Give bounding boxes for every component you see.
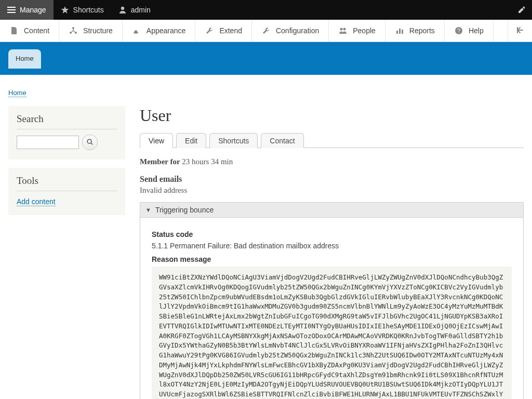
triangle-down-icon: ▼ bbox=[145, 207, 151, 213]
main: User View Edit Shortcuts Contact Member … bbox=[140, 106, 524, 399]
search-row bbox=[17, 135, 117, 150]
details-summary[interactable]: ▼ Triggering bounce bbox=[140, 203, 523, 218]
menu-extend-label: Extend bbox=[219, 26, 242, 35]
user-icon bbox=[118, 6, 127, 14]
menu-content-label: Content bbox=[24, 26, 49, 35]
menu-configuration-label: Configuration bbox=[276, 26, 319, 35]
wrench-icon bbox=[261, 26, 271, 35]
add-content-link[interactable]: Add content bbox=[17, 197, 56, 206]
svg-line-17 bbox=[91, 143, 92, 144]
svg-point-5 bbox=[72, 27, 74, 29]
toolbar-user-label: admin bbox=[131, 6, 151, 14]
admin-menu: Content Structure Appearance Extend Conf… bbox=[0, 20, 532, 42]
toolbar-top: Manage Shortcuts admin bbox=[0, 0, 532, 20]
page-wrap: Home Search Tools Add content bbox=[0, 75, 532, 399]
tab-shortcuts-label: Shortcuts bbox=[218, 137, 249, 145]
tab-view-label: View bbox=[149, 137, 164, 145]
member-value: 23 hours 34 min bbox=[182, 157, 233, 166]
menu-reports-label: Reports bbox=[409, 26, 435, 35]
collapse-icon bbox=[515, 25, 525, 36]
menu-appearance[interactable]: Appearance bbox=[123, 20, 196, 42]
tab-shortcuts[interactable]: Shortcuts bbox=[209, 133, 258, 148]
columns: Search Tools Add content User View bbox=[8, 106, 524, 399]
help-icon: ? bbox=[454, 26, 463, 35]
svg-rect-0 bbox=[7, 7, 16, 8]
menu-people[interactable]: People bbox=[329, 20, 385, 42]
search-block: Search bbox=[8, 106, 125, 159]
reason-label: Reason message bbox=[152, 255, 512, 263]
blue-bar: Home bbox=[0, 42, 532, 75]
svg-rect-10 bbox=[396, 31, 398, 34]
structure-icon bbox=[69, 26, 78, 35]
toolbar-user[interactable]: admin bbox=[111, 0, 158, 20]
toolbar-manage[interactable]: Manage bbox=[0, 0, 54, 20]
menu-help-label: Help bbox=[469, 26, 484, 35]
tabs: View Edit Shortcuts Contact bbox=[140, 132, 524, 148]
search-input[interactable] bbox=[17, 136, 79, 149]
svg-rect-12 bbox=[402, 30, 403, 34]
svg-point-8 bbox=[340, 28, 343, 31]
home-tab-label: Home bbox=[16, 55, 34, 62]
wrench-icon bbox=[205, 26, 214, 35]
menu-extend[interactable]: Extend bbox=[195, 20, 252, 42]
hamburger-icon bbox=[7, 6, 16, 14]
tab-contact[interactable]: Contact bbox=[261, 133, 303, 148]
status-code-value: 5.1.1 Permanent Failure: Bad destination… bbox=[152, 242, 512, 250]
toolbar-edit[interactable] bbox=[517, 6, 532, 14]
sidebar: Search Tools Add content bbox=[8, 106, 125, 223]
member-label: Member for bbox=[140, 157, 180, 166]
breadcrumb-home[interactable]: Home bbox=[8, 89, 26, 97]
menu-structure-label: Structure bbox=[83, 26, 113, 35]
search-heading: Search bbox=[17, 113, 117, 129]
menu-help[interactable]: ? Help bbox=[445, 20, 494, 42]
menu-content[interactable]: Content bbox=[0, 20, 59, 42]
tools-link-wrap: Add content bbox=[17, 197, 117, 206]
reason-body: WW91ciBtZXNzYWdlDQoNCiAgU3ViamVjdDogV2Ug… bbox=[152, 267, 512, 399]
send-emails-heading: Send emails bbox=[140, 175, 524, 184]
document-icon bbox=[9, 26, 19, 35]
toolbar-top-left: Manage Shortcuts admin bbox=[0, 0, 158, 20]
tab-view[interactable]: View bbox=[140, 133, 173, 148]
svg-rect-2 bbox=[7, 12, 16, 13]
home-tab[interactable]: Home bbox=[8, 49, 41, 69]
menu-people-label: People bbox=[353, 26, 376, 35]
pencil-icon bbox=[517, 6, 526, 14]
page-title: User bbox=[140, 106, 524, 125]
menu-structure[interactable]: Structure bbox=[59, 20, 123, 42]
send-emails-value: Invalid address bbox=[140, 186, 524, 195]
svg-point-4 bbox=[121, 7, 124, 10]
status-code-label: Status code bbox=[152, 230, 512, 238]
chart-icon bbox=[395, 26, 404, 35]
menu-collapse[interactable] bbox=[508, 20, 532, 42]
toolbar-manage-label: Manage bbox=[20, 6, 46, 14]
search-button[interactable] bbox=[82, 135, 98, 150]
tools-heading: Tools bbox=[17, 175, 117, 191]
svg-point-16 bbox=[87, 139, 91, 143]
svg-marker-3 bbox=[61, 6, 69, 14]
svg-rect-11 bbox=[399, 29, 401, 34]
breadcrumb: Home bbox=[8, 88, 524, 97]
svg-rect-1 bbox=[7, 9, 16, 10]
appearance-icon bbox=[132, 26, 141, 35]
svg-point-9 bbox=[343, 28, 346, 31]
details-body: Status code 5.1.1 Permanent Failure: Bad… bbox=[140, 218, 523, 399]
member-line: Member for 23 hours 34 min bbox=[140, 157, 524, 166]
tab-edit[interactable]: Edit bbox=[176, 133, 206, 148]
tab-contact-label: Contact bbox=[270, 137, 295, 145]
people-icon bbox=[338, 26, 348, 35]
menu-configuration[interactable]: Configuration bbox=[252, 20, 329, 42]
details-box: ▼ Triggering bounce Status code 5.1.1 Pe… bbox=[140, 202, 524, 399]
menu-appearance-label: Appearance bbox=[147, 26, 186, 35]
tab-edit-label: Edit bbox=[185, 137, 197, 145]
svg-text:?: ? bbox=[457, 28, 460, 34]
menu-reports[interactable]: Reports bbox=[385, 20, 445, 42]
svg-rect-15 bbox=[517, 27, 518, 33]
star-icon bbox=[61, 6, 69, 14]
tools-block: Tools Add content bbox=[8, 168, 125, 215]
search-icon bbox=[86, 138, 94, 147]
toolbar-shortcuts[interactable]: Shortcuts bbox=[54, 0, 111, 20]
details-summary-label: Triggering bounce bbox=[155, 206, 214, 214]
spacer bbox=[494, 20, 508, 42]
toolbar-shortcuts-label: Shortcuts bbox=[73, 6, 104, 14]
